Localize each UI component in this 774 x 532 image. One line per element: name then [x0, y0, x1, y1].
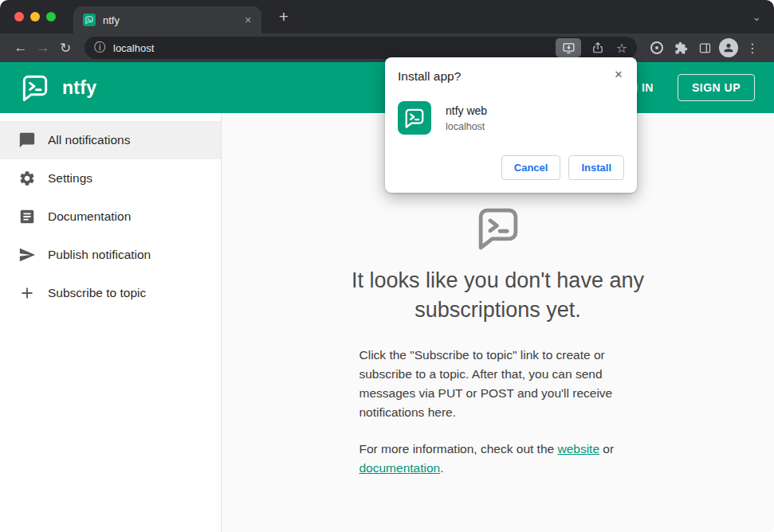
- sidebar-item-label: Publish notification: [48, 248, 151, 262]
- brand-name: ntfy: [62, 77, 96, 99]
- ntfy-app-icon: [398, 101, 431, 135]
- bookmark-star-icon[interactable]: ☆: [611, 41, 632, 56]
- install-button[interactable]: Install: [568, 155, 624, 180]
- dialog-app-row: ntfy web localhost: [398, 101, 624, 135]
- address-bar[interactable]: ⓘ localhost ☆: [84, 37, 637, 59]
- install-app-dialog: Install app? ✕ ntfy web localhost Cancel…: [385, 57, 637, 193]
- empty-state-heading: It looks like you don't have any subscri…: [307, 266, 690, 325]
- traffic-lights: [14, 12, 56, 22]
- browser-tab[interactable]: ntfy ✕: [73, 6, 261, 33]
- sidebar-item-label: Settings: [48, 171, 92, 186]
- empty-state-more-info: For more information, check out the webs…: [359, 440, 637, 478]
- documentation-link[interactable]: documentation: [359, 461, 441, 475]
- sidebar-item-documentation[interactable]: Documentation: [0, 198, 221, 236]
- ntfy-empty-state-icon: [473, 202, 524, 253]
- forward-icon[interactable]: →: [32, 37, 54, 59]
- sidebar-item-label: Documentation: [48, 209, 131, 224]
- back-icon[interactable]: ←: [10, 37, 32, 59]
- close-window-button[interactable]: [14, 12, 24, 22]
- dialog-app-texts: ntfy web localhost: [446, 104, 487, 132]
- zoom-window-button[interactable]: [46, 12, 56, 22]
- extensions-puzzle-icon[interactable]: [669, 41, 693, 55]
- plus-icon: [18, 284, 36, 302]
- dialog-app-origin: localhost: [446, 121, 487, 132]
- sign-up-button[interactable]: SIGN UP: [678, 74, 755, 101]
- sidebar-item-label: Subscribe to topic: [48, 286, 146, 300]
- tab-title: ntfy: [103, 14, 241, 26]
- chat-icon: [18, 131, 36, 149]
- extension-badge-icon[interactable]: [645, 41, 669, 54]
- more-info-suffix: .: [440, 461, 443, 475]
- sidebar: All notifications Settings Documentation…: [0, 113, 222, 532]
- dialog-app-name: ntfy web: [446, 104, 487, 117]
- profile-avatar[interactable]: [717, 38, 741, 57]
- ntfy-favicon-icon: [83, 14, 96, 26]
- side-panel-icon[interactable]: [693, 41, 717, 55]
- minimize-window-button[interactable]: [30, 12, 40, 22]
- sidebar-item-label: All notifications: [48, 133, 130, 147]
- website-link[interactable]: website: [557, 442, 599, 456]
- tab-close-icon[interactable]: ✕: [241, 15, 255, 25]
- article-icon: [18, 208, 36, 225]
- site-info-icon[interactable]: ⓘ: [94, 41, 105, 55]
- more-info-middle: or: [599, 442, 614, 456]
- dialog-actions: Cancel Install: [398, 155, 624, 180]
- gear-icon: [18, 170, 36, 187]
- sidebar-item-subscribe-to-topic[interactable]: Subscribe to topic: [0, 274, 221, 312]
- install-app-icon[interactable]: [556, 38, 581, 57]
- sidebar-item-settings[interactable]: Settings: [0, 159, 221, 198]
- new-tab-button[interactable]: +: [273, 6, 295, 28]
- share-icon[interactable]: [587, 41, 608, 54]
- ntfy-logo-icon: [19, 72, 51, 104]
- url-text[interactable]: localhost: [113, 42, 556, 54]
- sidebar-item-publish-notification[interactable]: Publish notification: [0, 236, 221, 274]
- tab-search-chevron-icon[interactable]: ⌄: [752, 10, 761, 23]
- dialog-title: Install app?: [398, 69, 624, 84]
- cancel-button[interactable]: Cancel: [501, 155, 561, 180]
- empty-state-paragraph: Click the "Subscribe to topic" link to c…: [359, 346, 637, 422]
- browser-menu-kebab-icon[interactable]: ⋮: [741, 41, 764, 56]
- sidebar-item-all-notifications[interactable]: All notifications: [0, 121, 221, 159]
- browser-window: ntfy ✕ + ⌄ ← → ↻ ⓘ localhost: [0, 0, 774, 532]
- reload-icon[interactable]: ↻: [54, 37, 77, 59]
- dialog-close-icon[interactable]: ✕: [611, 67, 627, 83]
- tab-strip: ntfy ✕ + ⌄: [0, 0, 774, 33]
- more-info-prefix: For more information, check out the: [359, 442, 558, 456]
- send-icon: [18, 246, 36, 264]
